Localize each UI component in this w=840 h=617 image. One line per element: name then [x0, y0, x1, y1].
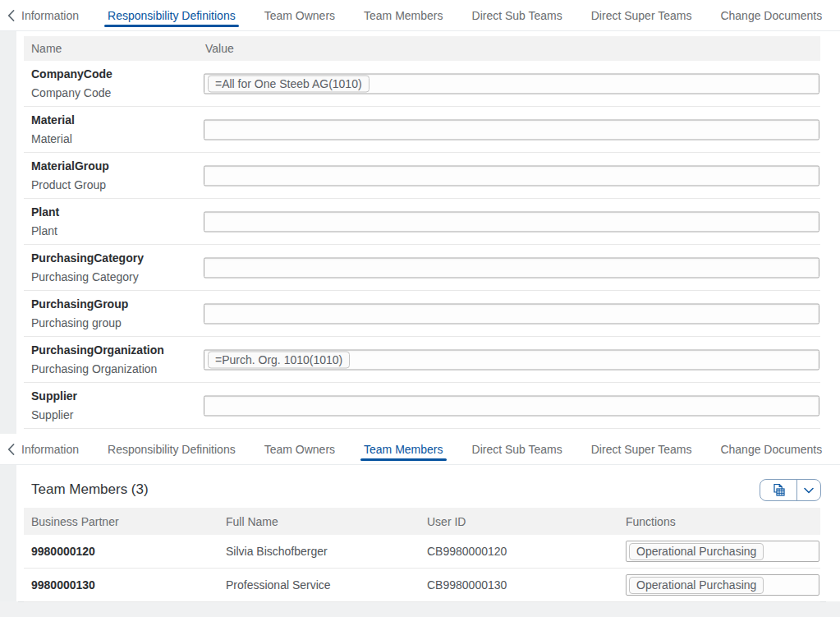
tab-label: Team Owners: [264, 443, 335, 456]
tab-label: Change Documents: [720, 9, 822, 22]
tab-label: Responsibility Definitions: [108, 443, 236, 456]
tab-label: Team Members: [364, 9, 443, 22]
value-input[interactable]: [204, 119, 819, 140]
left-gutter: [0, 31, 16, 434]
column-header-functions: Functions: [626, 515, 820, 528]
tab-list-top: Information Responsibility Definitions T…: [20, 0, 840, 30]
column-header-user-id: User ID: [427, 515, 626, 528]
team-member-row: 9980000130 Professional Service CB998000…: [24, 569, 820, 602]
tab-label: Responsibility Definitions: [108, 9, 236, 22]
function-token[interactable]: Operational Purchasing: [629, 577, 764, 594]
full-name-cell: Silvia Bischofberger: [226, 545, 427, 558]
full-name-cell: Professional Service: [226, 578, 427, 592]
tab-label: Information: [21, 9, 79, 22]
export-menu-button[interactable]: [796, 480, 820, 500]
team-member-row: 9980000120 Silvia Bischofberger CB998000…: [24, 535, 820, 569]
column-header-business-partner: Business Partner: [24, 515, 226, 528]
definition-row: PurchasingOrganization Purchasing Organi…: [24, 337, 820, 383]
tab-item[interactable]: Direct Super Teams: [590, 434, 694, 464]
definition-row: PurchasingGroup Purchasing group: [24, 291, 820, 337]
tab-item[interactable]: Team Members: [362, 434, 444, 464]
tab-item[interactable]: Direct Sub Teams: [470, 434, 564, 464]
tab-item[interactable]: Team Members: [362, 0, 444, 30]
tab-label: Direct Sub Teams: [472, 9, 562, 22]
functions-input[interactable]: Operational Purchasing: [626, 541, 819, 562]
business-partner-cell: 9980000120: [24, 545, 226, 558]
definitions-table: Name Value CompanyCode Company Code =All…: [18, 33, 826, 432]
export-split-button: [760, 479, 821, 501]
chevron-down-icon: [804, 487, 814, 494]
export-to-spreadsheet-icon: [772, 483, 786, 497]
value-input[interactable]: [204, 257, 819, 278]
functions-input[interactable]: Operational Purchasing: [626, 574, 819, 596]
value-token[interactable]: =All for One Steeb AG(1010): [208, 75, 370, 92]
tab-label: Information: [21, 443, 79, 456]
value-token[interactable]: =Purch. Org. 1010(1010): [208, 351, 350, 368]
tab-item[interactable]: Change Documents: [718, 0, 824, 30]
tab-label: Team Owners: [264, 9, 335, 22]
tab-label: Team Members: [364, 443, 443, 456]
tab-item[interactable]: Direct Super Teams: [590, 0, 694, 30]
column-header-full-name: Full Name: [226, 515, 427, 528]
definition-row: Supplier Supplier: [24, 383, 820, 429]
definitions-table-header: Name Value: [24, 36, 820, 61]
value-input[interactable]: [204, 211, 819, 232]
value-input[interactable]: =Purch. Org. 1010(1010): [204, 349, 819, 370]
value-input[interactable]: [204, 303, 819, 324]
chevron-left-icon: [7, 444, 15, 455]
definition-row: CompanyCode Company Code =All for One St…: [24, 61, 820, 107]
tab-item[interactable]: Change Documents: [718, 434, 824, 464]
tab-label: Direct Sub Teams: [472, 443, 562, 456]
bottom-band: [0, 601, 840, 617]
tabs-scroll-left-button[interactable]: [0, 10, 20, 21]
tab-label: Direct Super Teams: [591, 443, 692, 456]
chevron-left-icon: [7, 10, 15, 21]
team-members-rows: 9980000120 Silvia Bischofberger CB998000…: [18, 535, 826, 602]
team-members-table-header: Business Partner Full Name User ID Funct…: [24, 508, 820, 535]
tab-item[interactable]: Team Owners: [263, 434, 337, 464]
value-input[interactable]: [204, 395, 819, 416]
user-id-cell: CB9980000130: [427, 578, 626, 592]
team-members-table: Team Members (3): [18, 472, 826, 601]
team-members-toolbar: Team Members (3): [18, 472, 826, 508]
user-id-cell: CB9980000120: [427, 545, 626, 558]
tab-list-bottom: Information Responsibility Definitions T…: [20, 434, 840, 464]
column-header-name: Name: [24, 42, 205, 55]
tab-bar-team-members: Information Responsibility Definitions T…: [0, 434, 840, 465]
tab-item[interactable]: Information: [20, 0, 80, 30]
tab-item[interactable]: Information: [20, 434, 80, 464]
column-header-value: Value: [205, 42, 820, 55]
definition-row: Plant Plant: [24, 199, 820, 245]
tab-label: Change Documents: [720, 443, 822, 456]
tabs-scroll-left-button[interactable]: [0, 444, 20, 455]
tab-label: Direct Super Teams: [591, 9, 692, 22]
tab-item[interactable]: Team Owners: [263, 0, 337, 30]
tab-bar-responsibility: Information Responsibility Definitions T…: [0, 0, 840, 31]
definition-row: Material Material: [24, 107, 820, 153]
function-token[interactable]: Operational Purchasing: [629, 543, 764, 560]
export-button[interactable]: [760, 480, 796, 500]
responsibility-definitions-panel: Name Value CompanyCode Company Code =All…: [0, 31, 840, 434]
definition-row: MaterialGroup Product Group: [24, 153, 820, 199]
left-gutter: [0, 465, 16, 617]
value-input[interactable]: =All for One Steeb AG(1010): [204, 73, 819, 94]
definitions-rows: CompanyCode Company Code =All for One St…: [18, 61, 826, 429]
team-members-title: Team Members (3): [18, 481, 149, 498]
team-members-panel: Team Members (3): [0, 465, 840, 617]
tab-item[interactable]: Direct Sub Teams: [470, 0, 564, 30]
definition-row: PurchasingCategory Purchasing Category: [24, 245, 820, 291]
tab-item[interactable]: Responsibility Definitions: [106, 0, 237, 30]
tab-item[interactable]: Responsibility Definitions: [106, 434, 237, 464]
value-input[interactable]: [204, 165, 819, 186]
business-partner-cell: 9980000130: [24, 578, 226, 592]
